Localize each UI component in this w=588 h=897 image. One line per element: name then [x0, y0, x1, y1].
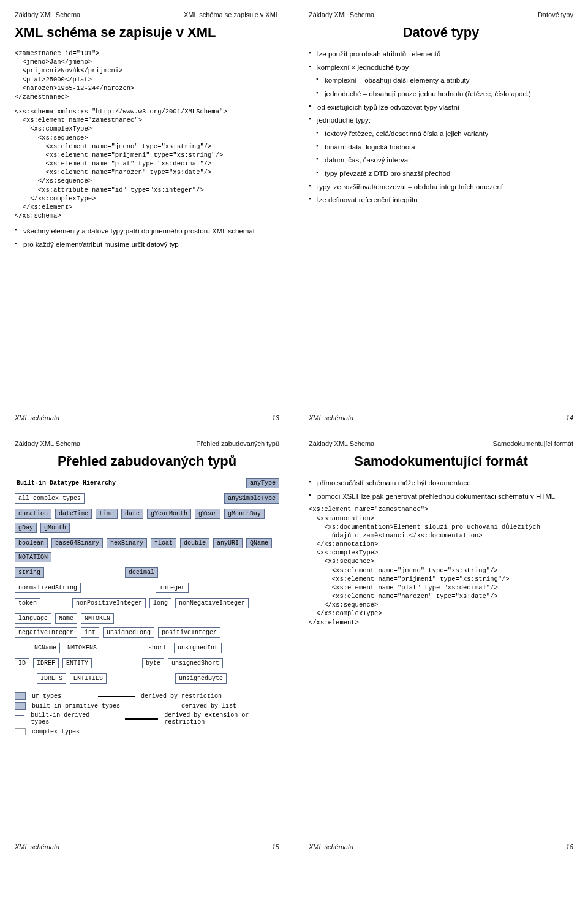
type-box: anyURI: [213, 538, 243, 548]
type-box: double: [180, 538, 209, 548]
code-block-schema: <xs:schema xmlns:xs="http://www.w3.org/2…: [15, 107, 279, 220]
legend-swatch: [15, 692, 26, 700]
breadcrumb-left: Základy XML Schema: [309, 11, 374, 18]
bullet-sublist: komplexní – obsahují další elementy a at…: [316, 75, 573, 99]
type-box: short: [145, 643, 170, 653]
bullet-item: komplexní × jednoduché typy: [309, 62, 573, 73]
type-box: integer: [156, 583, 189, 593]
diagram-row-inline: negativeIntegerintunsignedLongpositiveIn…: [15, 627, 221, 638]
type-box: long: [149, 598, 172, 608]
diagram-row-inline: IDIDREFENTITY: [15, 658, 92, 668]
slide-title: XML schéma se zapisuje v XML: [15, 25, 279, 40]
slide-title: Přehled zabudovaných typů: [15, 453, 279, 469]
type-box: token: [15, 598, 40, 608]
diagram-row-inline: IDREFSENTITIES: [37, 673, 107, 684]
footer-label: XML schémata: [309, 414, 353, 422]
type-box: Name: [55, 613, 77, 624]
slide-header: Základy XML Schema Přehled zabudovaných …: [15, 440, 279, 447]
bullet-item: lze použít pro obsah atributů i elementů: [309, 49, 573, 59]
type-box: ID: [15, 658, 29, 668]
breadcrumb-right: XML schéma se zapisuje v XML: [184, 11, 279, 18]
slide-16: Základy XML Schema Samodokumentující for…: [294, 429, 588, 858]
type-hierarchy-diagram: Built-in Datatype Hierarchy anyType all …: [15, 478, 279, 735]
bullet-list: všechny elementy a datové typy patří do …: [15, 226, 279, 249]
slide-footer: XML schémata 14: [309, 414, 573, 422]
footer-label: XML schémata: [15, 843, 59, 850]
type-box: nonPositiveInteger: [72, 598, 146, 608]
type-box: NMTOKEN: [81, 613, 114, 624]
bullet-item: pomocí XSLT lze pak generovat přehlednou…: [309, 491, 573, 502]
type-box: gMonthDay: [224, 509, 265, 519]
bullet-item: jednoduché – obsahují pouze jednu hodnot…: [316, 89, 573, 99]
type-box: date: [121, 509, 143, 519]
diagram-row-inline: shortunsignedInt: [145, 643, 222, 653]
type-box: language: [15, 613, 51, 624]
type-box: float: [151, 538, 176, 548]
type-box: NMTOKENS: [64, 643, 100, 653]
legend-label: derived by restriction: [141, 693, 222, 700]
bullet-sublist: textový řetězec, celá/desetinná čísla a …: [316, 129, 573, 179]
legend-label: built-in derived types: [31, 712, 103, 725]
diagram-row-inline: nonPositiveIntegerlongnonNegativeInteger: [72, 598, 249, 608]
type-box: hexBinary: [107, 538, 147, 548]
type-box: gYearMonth: [147, 509, 191, 519]
type-box: byte: [142, 658, 164, 668]
legend-line: [125, 718, 158, 720]
type-box: boolean: [15, 538, 48, 548]
type-box: ENTITIES: [70, 673, 107, 684]
type-box: unsignedByte: [175, 673, 227, 684]
legend-swatch: [15, 728, 26, 735]
bullet-item: textový řetězec, celá/desetinná čísla a …: [316, 129, 573, 139]
bullet-item: od existujících typů lze odvozovat typy …: [309, 102, 573, 113]
breadcrumb-left: Základy XML Schema: [309, 440, 374, 447]
breadcrumb-right: Samodokumentující formát: [493, 440, 573, 447]
type-box: positiveInteger: [158, 627, 221, 638]
type-box: gDay: [15, 523, 37, 533]
bullet-item: jednoduché typy:: [309, 115, 573, 126]
type-box: all complex types: [15, 493, 85, 504]
type-box: unsignedShort: [168, 658, 223, 668]
type-box: gYear: [195, 509, 221, 519]
slide-header: Základy XML Schema Samodokumentující for…: [309, 440, 573, 447]
slide-header: Základy XML Schema Datové typy: [309, 11, 573, 18]
diagram-legend: ur types derived by restriction built-in…: [15, 692, 279, 735]
bullet-item: komplexní – obsahují další elementy a at…: [316, 75, 573, 86]
legend-label: ur types: [32, 693, 61, 700]
slide-footer: XML schémata 15: [15, 843, 279, 850]
type-box: unsignedInt: [174, 643, 222, 653]
legend-swatch: [15, 715, 24, 722]
footer-label: XML schémata: [309, 843, 353, 850]
legend-label: complex types: [32, 729, 80, 735]
diagram-heading: Built-in Datatype Hierarchy: [15, 479, 118, 488]
type-box: negativeInteger: [15, 627, 77, 638]
slide-footer: XML schémata 13: [15, 414, 279, 422]
bullet-item: přímo součástí schématu může být dokumen…: [309, 478, 573, 488]
breadcrumb-left: Základy XML Schema: [15, 440, 80, 447]
legend-label: derived by list: [181, 703, 236, 710]
breadcrumb-left: Základy XML Schema: [15, 11, 80, 18]
bullet-item: všechny elementy a datové typy patří do …: [15, 226, 279, 237]
slide-15: Základy XML Schema Přehled zabudovaných …: [0, 429, 294, 858]
footer-label: XML schémata: [15, 414, 59, 422]
page-number: 13: [272, 414, 279, 422]
type-box: anySimpleType: [224, 493, 279, 504]
type-box: unsignedLong: [103, 627, 154, 638]
slide-14: Základy XML Schema Datové typy Datové ty…: [294, 0, 588, 429]
bullet-item: datum, čas, časový interval: [316, 155, 573, 165]
diagram-row: booleanbase64BinaryhexBinaryfloatdoublea…: [15, 538, 279, 562]
slide-title: Samodokumentující formát: [309, 453, 573, 469]
bullet-list: přímo součástí schématu může být dokumen…: [309, 478, 573, 501]
type-box: NOTATION: [15, 552, 51, 562]
type-box: time: [96, 509, 118, 519]
type-box: decimal: [125, 567, 158, 578]
code-block-xml-sample: <zamestnanec id="101"> <jmeno>Jan</jmeno…: [15, 49, 279, 101]
page-number: 15: [272, 843, 279, 850]
legend-line: [98, 696, 135, 697]
type-box: int: [81, 627, 99, 638]
type-box: string: [15, 567, 44, 578]
type-box: anyType: [246, 478, 279, 488]
type-box: IDREF: [33, 658, 59, 668]
diagram-row-inline: NCNameNMTOKENS: [31, 643, 100, 653]
diagram-row-inline: languageNameNMTOKEN: [15, 613, 114, 624]
bullet-item: lze definovat referenční integritu: [309, 195, 573, 205]
